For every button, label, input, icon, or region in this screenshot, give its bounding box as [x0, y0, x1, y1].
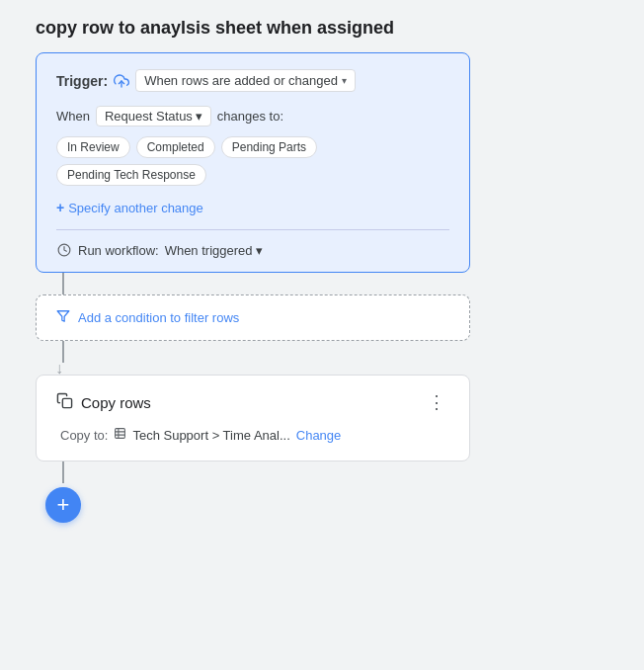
copy-to-label: Copy to:	[60, 428, 108, 443]
change-link[interactable]: Change	[296, 428, 342, 443]
connector-1	[62, 273, 64, 294]
field-dropdown[interactable]: Request Status ▾	[96, 106, 211, 126]
svg-rect-4	[116, 429, 125, 439]
specify-another-label: Specify another change	[68, 201, 203, 215]
add-step-button[interactable]: +	[45, 487, 81, 523]
specify-another-button[interactable]: + Specify another change	[56, 200, 449, 215]
trigger-header: Trigger: When rows are added or changed …	[56, 69, 449, 92]
workflow-container: Trigger: When rows are added or changed …	[0, 52, 644, 523]
action-title: Copy rows	[81, 394, 151, 411]
filter-icon	[56, 309, 70, 326]
connector-3	[62, 461, 64, 483]
run-label: Run workflow:	[78, 243, 159, 258]
svg-rect-3	[62, 398, 71, 407]
when-label: When	[56, 109, 90, 124]
filter-card[interactable]: Add a condition to filter rows	[36, 294, 470, 341]
tag-completed[interactable]: Completed	[136, 136, 215, 158]
copy-to-row: Copy to: Tech Support > Time Anal... Cha…	[56, 427, 449, 443]
field-name: Request Status	[105, 109, 193, 124]
when-row: When Request Status ▾ changes to:	[56, 106, 449, 126]
run-row: Run workflow: When triggered ▾	[56, 242, 449, 258]
clock-icon	[56, 242, 72, 258]
sheet-name: Tech Support > Time Anal...	[132, 428, 289, 443]
page-title: copy row to anaylsis sheet when assigned	[0, 0, 644, 52]
tags-row: In Review Completed Pending Parts Pendin…	[56, 136, 449, 186]
divider	[56, 229, 449, 230]
trigger-card: Trigger: When rows are added or changed …	[36, 52, 470, 273]
tag-pending-parts[interactable]: Pending Parts	[221, 136, 317, 158]
plus-icon: +	[56, 200, 64, 215]
field-chevron-icon: ▾	[196, 109, 202, 124]
add-icon: +	[57, 494, 70, 516]
svg-marker-2	[57, 311, 69, 322]
action-title-row: Copy rows	[56, 392, 151, 412]
trigger-label: Trigger:	[56, 73, 108, 89]
changes-to-label: changes to:	[217, 109, 283, 124]
sheet-icon	[114, 427, 126, 443]
run-chevron-icon: ▾	[256, 243, 263, 258]
action-header: Copy rows ⋮	[56, 389, 449, 415]
run-dropdown[interactable]: When triggered ▾	[165, 243, 263, 258]
tag-in-review[interactable]: In Review	[56, 136, 130, 158]
trigger-dropdown-text: When rows are added or changed	[144, 73, 338, 88]
more-options-icon[interactable]: ⋮	[424, 389, 449, 415]
tag-pending-tech-response[interactable]: Pending Tech Response	[56, 164, 206, 186]
filter-label: Add a condition to filter rows	[78, 310, 239, 325]
run-value: When triggered	[165, 243, 253, 258]
trigger-dropdown[interactable]: When rows are added or changed ▾	[135, 69, 356, 92]
upload-icon	[114, 73, 129, 89]
copy-rows-icon	[56, 392, 73, 412]
chevron-down-icon: ▾	[342, 75, 347, 86]
action-card: Copy rows ⋮ Copy to: Tech Support > Time…	[36, 375, 470, 461]
